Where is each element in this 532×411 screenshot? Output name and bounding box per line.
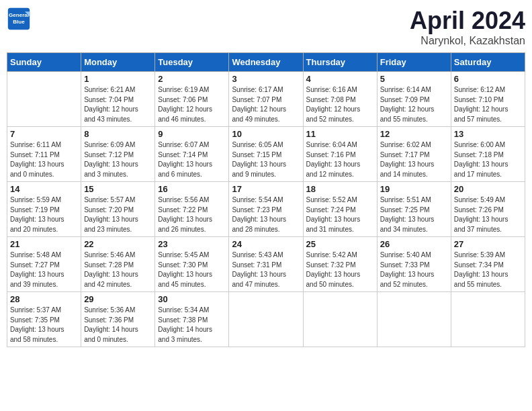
- day-info: Sunrise: 6:12 AM Sunset: 7:10 PM Dayligh…: [454, 85, 522, 124]
- day-number: 12: [380, 129, 448, 139]
- day-number: 17: [232, 184, 300, 194]
- day-number: 2: [158, 74, 226, 84]
- calendar-week-3: 14Sunrise: 5:59 AM Sunset: 7:19 PM Dayli…: [7, 182, 525, 237]
- calendar-header-sunday: Sunday: [7, 53, 81, 72]
- day-number: 4: [306, 74, 374, 84]
- calendar-cell: 23Sunrise: 5:45 AM Sunset: 7:30 PM Dayli…: [155, 237, 229, 292]
- day-info: Sunrise: 5:51 AM Sunset: 7:25 PM Dayligh…: [380, 195, 448, 234]
- day-number: 26: [380, 239, 448, 249]
- day-info: Sunrise: 5:40 AM Sunset: 7:33 PM Dayligh…: [380, 250, 448, 289]
- page-header: General Blue April 2024 Narynkol, Kazakh…: [7, 7, 525, 47]
- calendar-cell: 28Sunrise: 5:37 AM Sunset: 7:35 PM Dayli…: [7, 292, 81, 347]
- day-number: 25: [306, 239, 374, 249]
- calendar-cell: 20Sunrise: 5:49 AM Sunset: 7:26 PM Dayli…: [451, 182, 525, 237]
- day-number: 20: [454, 184, 522, 194]
- location-title: Narynkol, Kazakhstan: [410, 35, 525, 47]
- calendar-cell: 19Sunrise: 5:51 AM Sunset: 7:25 PM Dayli…: [377, 182, 451, 237]
- calendar-header-saturday: Saturday: [451, 53, 525, 72]
- calendar-cell: 2Sunrise: 6:19 AM Sunset: 7:06 PM Daylig…: [155, 72, 229, 127]
- day-info: Sunrise: 5:49 AM Sunset: 7:26 PM Dayligh…: [454, 195, 522, 234]
- calendar-cell: 21Sunrise: 5:48 AM Sunset: 7:27 PM Dayli…: [7, 237, 81, 292]
- day-number: 11: [306, 129, 374, 139]
- day-info: Sunrise: 5:45 AM Sunset: 7:30 PM Dayligh…: [158, 250, 226, 289]
- day-info: Sunrise: 5:56 AM Sunset: 7:22 PM Dayligh…: [158, 195, 226, 234]
- calendar-cell: 13Sunrise: 6:00 AM Sunset: 7:18 PM Dayli…: [451, 127, 525, 182]
- calendar-cell: [303, 292, 377, 347]
- calendar-week-5: 28Sunrise: 5:37 AM Sunset: 7:35 PM Dayli…: [7, 292, 525, 347]
- day-info: Sunrise: 5:36 AM Sunset: 7:36 PM Dayligh…: [84, 306, 152, 345]
- calendar-cell: 27Sunrise: 5:39 AM Sunset: 7:34 PM Dayli…: [451, 237, 525, 292]
- calendar-header-friday: Friday: [377, 53, 451, 72]
- calendar-cell: 25Sunrise: 5:42 AM Sunset: 7:32 PM Dayli…: [303, 237, 377, 292]
- calendar-cell: [229, 292, 303, 347]
- calendar-cell: 5Sunrise: 6:14 AM Sunset: 7:09 PM Daylig…: [377, 72, 451, 127]
- calendar-cell: 3Sunrise: 6:17 AM Sunset: 7:07 PM Daylig…: [229, 72, 303, 127]
- day-number: 8: [84, 129, 152, 139]
- day-number: 16: [158, 184, 226, 194]
- day-info: Sunrise: 6:21 AM Sunset: 7:04 PM Dayligh…: [84, 85, 152, 124]
- day-number: 27: [454, 239, 522, 249]
- day-number: 28: [10, 294, 78, 304]
- svg-text:Blue: Blue: [13, 19, 25, 25]
- day-number: 7: [10, 129, 78, 139]
- day-info: Sunrise: 5:34 AM Sunset: 7:38 PM Dayligh…: [158, 306, 226, 345]
- day-info: Sunrise: 6:11 AM Sunset: 7:11 PM Dayligh…: [10, 140, 78, 179]
- calendar-cell: 29Sunrise: 5:36 AM Sunset: 7:36 PM Dayli…: [81, 292, 155, 347]
- day-info: Sunrise: 5:52 AM Sunset: 7:24 PM Dayligh…: [306, 195, 374, 234]
- day-number: 15: [84, 184, 152, 194]
- day-number: 23: [158, 239, 226, 249]
- day-info: Sunrise: 5:59 AM Sunset: 7:19 PM Dayligh…: [10, 195, 78, 234]
- day-number: 3: [232, 74, 300, 84]
- calendar-cell: 8Sunrise: 6:09 AM Sunset: 7:12 PM Daylig…: [81, 127, 155, 182]
- day-info: Sunrise: 6:05 AM Sunset: 7:15 PM Dayligh…: [232, 140, 300, 179]
- title-block: April 2024 Narynkol, Kazakhstan: [410, 7, 525, 47]
- calendar-week-2: 7Sunrise: 6:11 AM Sunset: 7:11 PM Daylig…: [7, 127, 525, 182]
- day-info: Sunrise: 6:02 AM Sunset: 7:17 PM Dayligh…: [380, 140, 448, 179]
- calendar-header-wednesday: Wednesday: [229, 53, 303, 72]
- calendar-cell: 16Sunrise: 5:56 AM Sunset: 7:22 PM Dayli…: [155, 182, 229, 237]
- calendar-cell: 17Sunrise: 5:54 AM Sunset: 7:23 PM Dayli…: [229, 182, 303, 237]
- day-number: 19: [380, 184, 448, 194]
- day-number: 13: [454, 129, 522, 139]
- day-info: Sunrise: 6:00 AM Sunset: 7:18 PM Dayligh…: [454, 140, 522, 179]
- day-number: 29: [84, 294, 152, 304]
- calendar-cell: 14Sunrise: 5:59 AM Sunset: 7:19 PM Dayli…: [7, 182, 81, 237]
- day-number: 5: [380, 74, 448, 84]
- calendar-cell: 10Sunrise: 6:05 AM Sunset: 7:15 PM Dayli…: [229, 127, 303, 182]
- calendar-cell: [451, 292, 525, 347]
- calendar-cell: 26Sunrise: 5:40 AM Sunset: 7:33 PM Dayli…: [377, 237, 451, 292]
- day-info: Sunrise: 6:17 AM Sunset: 7:07 PM Dayligh…: [232, 85, 300, 124]
- day-info: Sunrise: 5:48 AM Sunset: 7:27 PM Dayligh…: [10, 250, 78, 289]
- svg-text:General: General: [9, 12, 29, 18]
- day-info: Sunrise: 5:43 AM Sunset: 7:31 PM Dayligh…: [232, 250, 300, 289]
- calendar-cell: 7Sunrise: 6:11 AM Sunset: 7:11 PM Daylig…: [7, 127, 81, 182]
- day-info: Sunrise: 5:37 AM Sunset: 7:35 PM Dayligh…: [10, 306, 78, 345]
- day-info: Sunrise: 5:39 AM Sunset: 7:34 PM Dayligh…: [454, 250, 522, 289]
- day-info: Sunrise: 5:42 AM Sunset: 7:32 PM Dayligh…: [306, 250, 374, 289]
- calendar-header-thursday: Thursday: [303, 53, 377, 72]
- calendar-week-4: 21Sunrise: 5:48 AM Sunset: 7:27 PM Dayli…: [7, 237, 525, 292]
- calendar-cell: 15Sunrise: 5:57 AM Sunset: 7:20 PM Dayli…: [81, 182, 155, 237]
- month-title: April 2024: [410, 7, 525, 35]
- day-info: Sunrise: 6:04 AM Sunset: 7:16 PM Dayligh…: [306, 140, 374, 179]
- day-info: Sunrise: 6:16 AM Sunset: 7:08 PM Dayligh…: [306, 85, 374, 124]
- calendar-cell: 11Sunrise: 6:04 AM Sunset: 7:16 PM Dayli…: [303, 127, 377, 182]
- calendar-week-1: 1Sunrise: 6:21 AM Sunset: 7:04 PM Daylig…: [7, 72, 525, 127]
- day-info: Sunrise: 6:19 AM Sunset: 7:06 PM Dayligh…: [158, 85, 226, 124]
- calendar-cell: 1Sunrise: 6:21 AM Sunset: 7:04 PM Daylig…: [81, 72, 155, 127]
- day-number: 21: [10, 239, 78, 249]
- day-info: Sunrise: 5:54 AM Sunset: 7:23 PM Dayligh…: [232, 195, 300, 234]
- calendar-cell: [7, 72, 81, 127]
- calendar-cell: 4Sunrise: 6:16 AM Sunset: 7:08 PM Daylig…: [303, 72, 377, 127]
- day-number: 22: [84, 239, 152, 249]
- calendar-cell: 12Sunrise: 6:02 AM Sunset: 7:17 PM Dayli…: [377, 127, 451, 182]
- day-number: 10: [232, 129, 300, 139]
- logo-icon: General Blue: [7, 7, 31, 31]
- calendar-cell: 30Sunrise: 5:34 AM Sunset: 7:38 PM Dayli…: [155, 292, 229, 347]
- day-number: 14: [10, 184, 78, 194]
- day-number: 9: [158, 129, 226, 139]
- day-number: 1: [84, 74, 152, 84]
- calendar-table: SundayMondayTuesdayWednesdayThursdayFrid…: [7, 52, 525, 347]
- calendar-cell: 24Sunrise: 5:43 AM Sunset: 7:31 PM Dayli…: [229, 237, 303, 292]
- day-number: 6: [454, 74, 522, 84]
